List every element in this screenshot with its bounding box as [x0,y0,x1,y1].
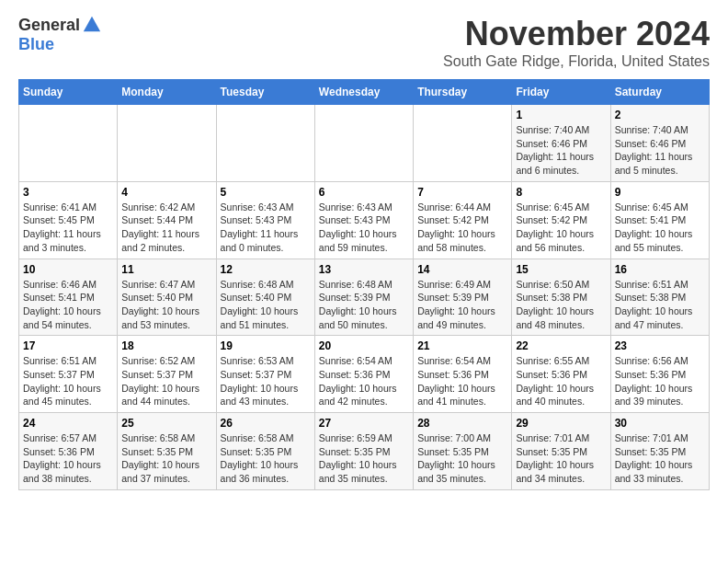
calendar-cell [414,105,512,182]
calendar-cell: 8Sunrise: 6:45 AM Sunset: 5:42 PM Daylig… [512,181,610,259]
weekday-header-wednesday: Wednesday [314,80,413,105]
calendar-cell: 1Sunrise: 7:40 AM Sunset: 6:46 PM Daylig… [512,105,610,182]
day-number: 11 [121,263,211,276]
calendar-cell: 5Sunrise: 6:43 AM Sunset: 5:43 PM Daylig… [216,181,314,259]
day-number: 28 [417,417,507,430]
calendar-cell: 12Sunrise: 6:48 AM Sunset: 5:40 PM Dayli… [216,259,314,336]
day-number: 8 [516,186,606,199]
calendar-cell: 24Sunrise: 6:57 AM Sunset: 5:36 PM Dayli… [19,413,118,490]
day-number: 20 [319,339,409,352]
calendar-body: 1Sunrise: 7:40 AM Sunset: 6:46 PM Daylig… [19,105,710,490]
day-number: 7 [417,186,507,199]
day-number: 27 [319,417,409,430]
calendar-cell: 11Sunrise: 6:47 AM Sunset: 5:40 PM Dayli… [118,259,216,336]
day-number: 1 [516,109,606,121]
day-number: 24 [23,417,113,430]
day-number: 25 [121,417,211,430]
day-info: Sunrise: 6:43 AM Sunset: 5:43 PM Dayligh… [221,201,311,255]
day-info: Sunrise: 6:59 AM Sunset: 5:35 PM Dayligh… [319,431,409,486]
day-number: 17 [23,339,113,352]
day-info: Sunrise: 7:01 AM Sunset: 5:35 PM Dayligh… [516,431,606,486]
header: General Blue November 2024 South Gate Ri… [18,15,710,70]
calendar-cell [118,105,216,182]
calendar-cell [314,105,413,182]
calendar-table: SundayMondayTuesdayWednesdayThursdayFrid… [18,79,710,490]
calendar-cell: 27Sunrise: 6:59 AM Sunset: 5:35 PM Dayli… [314,413,413,490]
day-number: 3 [23,186,113,199]
day-number: 4 [121,186,211,199]
logo-icon [82,15,102,35]
calendar-week-row: 1Sunrise: 7:40 AM Sunset: 6:46 PM Daylig… [19,105,710,182]
calendar-cell: 23Sunrise: 6:56 AM Sunset: 5:36 PM Dayli… [610,336,709,413]
day-number: 29 [516,417,606,430]
day-info: Sunrise: 6:44 AM Sunset: 5:42 PM Dayligh… [417,201,507,255]
location-title: South Gate Ridge, Florida, United States [443,53,710,70]
weekday-header-thursday: Thursday [414,80,512,105]
calendar-cell: 14Sunrise: 6:49 AM Sunset: 5:39 PM Dayli… [414,259,512,336]
day-number: 12 [221,263,311,276]
day-info: Sunrise: 6:51 AM Sunset: 5:38 PM Dayligh… [615,278,705,332]
calendar-cell: 3Sunrise: 6:41 AM Sunset: 5:45 PM Daylig… [19,181,118,259]
calendar-cell [216,105,314,182]
weekday-header-tuesday: Tuesday [216,80,314,105]
calendar-week-row: 24Sunrise: 6:57 AM Sunset: 5:36 PM Dayli… [19,413,710,490]
day-info: Sunrise: 6:55 AM Sunset: 5:36 PM Dayligh… [516,354,606,408]
day-number: 26 [221,417,311,430]
day-number: 10 [23,263,113,276]
logo: General Blue [18,15,102,54]
day-info: Sunrise: 6:48 AM Sunset: 5:40 PM Dayligh… [221,278,311,332]
day-number: 19 [221,339,311,352]
day-info: Sunrise: 6:58 AM Sunset: 5:35 PM Dayligh… [121,431,211,486]
title-area: November 2024 South Gate Ridge, Florida,… [443,15,710,70]
day-info: Sunrise: 6:57 AM Sunset: 5:36 PM Dayligh… [23,431,113,486]
day-info: Sunrise: 6:58 AM Sunset: 5:35 PM Dayligh… [221,431,311,486]
calendar-cell: 10Sunrise: 6:46 AM Sunset: 5:41 PM Dayli… [19,259,118,336]
calendar-cell: 13Sunrise: 6:48 AM Sunset: 5:39 PM Dayli… [314,259,413,336]
day-number: 14 [417,263,507,276]
day-info: Sunrise: 6:41 AM Sunset: 5:45 PM Dayligh… [23,201,113,255]
day-info: Sunrise: 6:45 AM Sunset: 5:42 PM Dayligh… [516,201,606,255]
calendar-cell: 20Sunrise: 6:54 AM Sunset: 5:36 PM Dayli… [314,336,413,413]
weekday-header-saturday: Saturday [610,80,709,105]
calendar-cell: 4Sunrise: 6:42 AM Sunset: 5:44 PM Daylig… [118,181,216,259]
day-info: Sunrise: 6:48 AM Sunset: 5:39 PM Dayligh… [319,278,409,332]
calendar-cell: 9Sunrise: 6:45 AM Sunset: 5:41 PM Daylig… [610,181,709,259]
day-number: 15 [516,263,606,276]
day-info: Sunrise: 6:46 AM Sunset: 5:41 PM Dayligh… [23,278,113,332]
day-info: Sunrise: 6:54 AM Sunset: 5:36 PM Dayligh… [417,354,507,408]
calendar-cell: 26Sunrise: 6:58 AM Sunset: 5:35 PM Dayli… [216,413,314,490]
weekday-header-monday: Monday [118,80,216,105]
month-title: November 2024 [443,15,710,53]
calendar-cell: 21Sunrise: 6:54 AM Sunset: 5:36 PM Dayli… [414,336,512,413]
day-number: 5 [221,186,311,199]
calendar-cell: 29Sunrise: 7:01 AM Sunset: 5:35 PM Dayli… [512,413,610,490]
day-info: Sunrise: 7:00 AM Sunset: 5:35 PM Dayligh… [417,431,507,486]
day-info: Sunrise: 6:47 AM Sunset: 5:40 PM Dayligh… [121,278,211,332]
day-info: Sunrise: 6:52 AM Sunset: 5:37 PM Dayligh… [121,354,211,408]
svg-marker-0 [84,17,100,32]
weekday-header-sunday: Sunday [19,80,118,105]
calendar-cell: 16Sunrise: 6:51 AM Sunset: 5:38 PM Dayli… [610,259,709,336]
day-number: 18 [121,339,211,352]
calendar-cell: 22Sunrise: 6:55 AM Sunset: 5:36 PM Dayli… [512,336,610,413]
weekday-header-friday: Friday [512,80,610,105]
calendar-week-row: 10Sunrise: 6:46 AM Sunset: 5:41 PM Dayli… [19,259,710,336]
logo-blue-text: Blue [18,35,54,54]
day-number: 23 [615,339,705,352]
calendar-cell: 17Sunrise: 6:51 AM Sunset: 5:37 PM Dayli… [19,336,118,413]
calendar-header: SundayMondayTuesdayWednesdayThursdayFrid… [19,80,710,105]
day-number: 22 [516,339,606,352]
calendar-cell: 25Sunrise: 6:58 AM Sunset: 5:35 PM Dayli… [118,413,216,490]
calendar-cell: 19Sunrise: 6:53 AM Sunset: 5:37 PM Dayli… [216,336,314,413]
calendar-cell: 15Sunrise: 6:50 AM Sunset: 5:38 PM Dayli… [512,259,610,336]
day-info: Sunrise: 7:01 AM Sunset: 5:35 PM Dayligh… [615,431,705,486]
logo-general-text: General [18,16,80,35]
day-info: Sunrise: 6:49 AM Sunset: 5:39 PM Dayligh… [417,278,507,332]
day-info: Sunrise: 6:53 AM Sunset: 5:37 PM Dayligh… [221,354,311,408]
weekday-header-row: SundayMondayTuesdayWednesdayThursdayFrid… [19,80,710,105]
calendar-cell: 6Sunrise: 6:43 AM Sunset: 5:43 PM Daylig… [314,181,413,259]
calendar-cell: 18Sunrise: 6:52 AM Sunset: 5:37 PM Dayli… [118,336,216,413]
day-info: Sunrise: 6:45 AM Sunset: 5:41 PM Dayligh… [615,201,705,255]
day-number: 9 [615,186,705,199]
day-info: Sunrise: 7:40 AM Sunset: 6:46 PM Dayligh… [615,123,705,178]
